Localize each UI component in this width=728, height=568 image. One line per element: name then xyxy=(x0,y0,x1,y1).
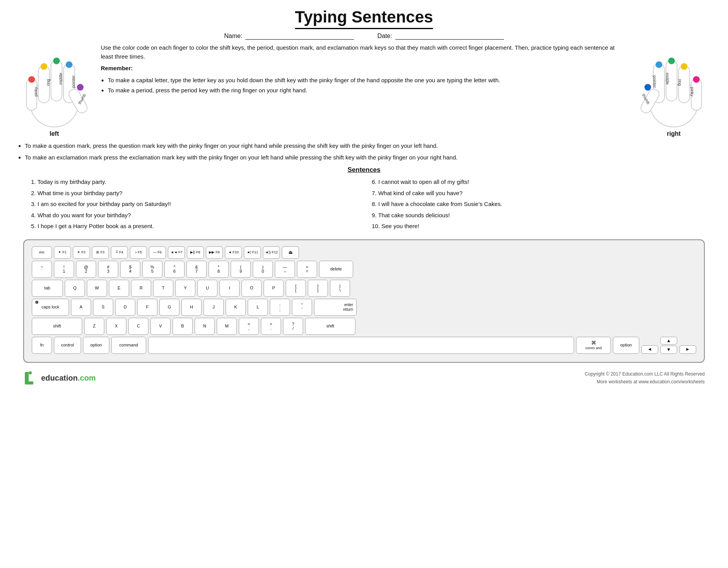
key-v[interactable]: V xyxy=(150,318,171,335)
key-4[interactable]: $4 xyxy=(120,261,140,278)
svg-text:pointer: pointer xyxy=(652,75,657,88)
key-bracket-right[interactable]: }] xyxy=(308,280,328,297)
key-i[interactable]: I xyxy=(219,280,240,297)
key-f12[interactable]: ◄)) F12 xyxy=(263,246,280,259)
key-o[interactable]: O xyxy=(242,280,262,297)
key-t[interactable]: T xyxy=(153,280,173,297)
key-delete[interactable]: delete xyxy=(319,261,353,278)
key-f8[interactable]: ▶‖ F8 xyxy=(187,246,204,259)
key-s[interactable]: S xyxy=(93,299,113,316)
key-1[interactable]: !1 xyxy=(54,261,74,278)
key-f3[interactable]: ⊞ F3 xyxy=(92,246,109,259)
key-shift-right[interactable]: shift xyxy=(305,318,355,335)
key-esc[interactable]: esc xyxy=(32,246,52,259)
key-command-left[interactable]: command xyxy=(111,337,146,354)
sentences-title: Sentences xyxy=(16,166,712,174)
key-enter[interactable]: enter return xyxy=(314,299,357,316)
key-p[interactable]: P xyxy=(264,280,284,297)
key-e[interactable]: E xyxy=(109,280,129,297)
key-period[interactable]: >. xyxy=(261,318,281,335)
svg-text:pointer: pointer xyxy=(71,75,76,88)
key-c[interactable]: C xyxy=(128,318,148,335)
key-f11[interactable]: ◄) F11 xyxy=(244,246,261,259)
key-g[interactable]: G xyxy=(159,299,179,316)
key-y[interactable]: Y xyxy=(175,280,195,297)
key-option-left[interactable]: option xyxy=(83,337,109,354)
key-w[interactable]: W xyxy=(87,280,107,297)
key-quote[interactable]: "' xyxy=(292,299,312,316)
name-input[interactable] xyxy=(245,32,354,40)
key-d[interactable]: D xyxy=(115,299,135,316)
left-hand-area: pinky ring middle pointer thumb left xyxy=(16,43,93,137)
key-m[interactable]: M xyxy=(217,318,237,335)
key-f2[interactable]: ✦ F2 xyxy=(73,246,90,259)
svg-point-8 xyxy=(53,57,60,64)
key-comma[interactable]: <, xyxy=(239,318,259,335)
key-f9[interactable]: ▶▶ F9 xyxy=(206,246,223,259)
key-x[interactable]: X xyxy=(106,318,126,335)
key-shift-left[interactable]: shift xyxy=(32,318,82,335)
svg-text:middle: middle xyxy=(665,73,670,85)
svg-point-6 xyxy=(28,76,35,83)
list-item: 1. Today is my birthday party. xyxy=(31,178,356,187)
key-5[interactable]: %5 xyxy=(142,261,162,278)
key-q[interactable]: Q xyxy=(65,280,85,297)
key-eject[interactable]: ⏏ xyxy=(282,246,299,259)
key-backslash[interactable]: |\ xyxy=(330,280,350,297)
svg-point-10 xyxy=(77,84,83,90)
key-equals[interactable]: += xyxy=(297,261,317,278)
arrow-up-down: ▲ ▼ xyxy=(660,337,677,354)
key-n[interactable]: N xyxy=(195,318,215,335)
logo-area: education.com xyxy=(23,371,96,386)
key-8[interactable]: *8 xyxy=(209,261,229,278)
key-f7[interactable]: ◄◄ F7 xyxy=(168,246,185,259)
key-semicolon[interactable]: :; xyxy=(270,299,290,316)
key-tab[interactable]: tab xyxy=(32,280,63,297)
key-control[interactable]: control xyxy=(54,337,81,354)
key-f1[interactable]: ✦ F1 xyxy=(54,246,71,259)
key-r[interactable]: R xyxy=(131,280,151,297)
key-arrow-up[interactable]: ▲ xyxy=(660,337,677,345)
key-a[interactable]: A xyxy=(71,299,91,316)
list-item: 3. I am so excited for your birthday par… xyxy=(31,200,356,209)
key-f10[interactable]: ◄ F10 xyxy=(225,246,242,259)
key-f6[interactable]: — F6 xyxy=(149,246,166,259)
key-h[interactable]: H xyxy=(181,299,202,316)
key-2[interactable]: @2 xyxy=(76,261,96,278)
date-input[interactable] xyxy=(395,32,504,40)
key-arrow-left[interactable]: ◄ xyxy=(641,345,658,354)
key-arrow-right[interactable]: ► xyxy=(679,345,696,354)
svg-text:pinky: pinky xyxy=(690,87,695,97)
key-f[interactable]: F xyxy=(137,299,157,316)
svg-text:middle: middle xyxy=(58,73,63,85)
page-title: Typing Sentences xyxy=(295,8,433,29)
key-z[interactable]: Z xyxy=(84,318,104,335)
svg-text:ring: ring xyxy=(678,79,682,86)
key-9[interactable]: (9 xyxy=(231,261,251,278)
key-option-right[interactable]: option xyxy=(613,337,639,354)
key-f5[interactable]: ⌁ F5 xyxy=(130,246,147,259)
key-backtick[interactable]: ~` xyxy=(32,261,52,278)
key-b[interactable]: B xyxy=(173,318,193,335)
key-f4[interactable]: ⠿ F4 xyxy=(111,246,128,259)
key-bracket-left[interactable]: {[ xyxy=(286,280,306,297)
right-hand-area: pointer middle ring pinky thumb right xyxy=(635,43,712,137)
key-u[interactable]: U xyxy=(197,280,217,297)
key-fn[interactable]: fn xyxy=(32,337,52,354)
key-space[interactable] xyxy=(148,337,574,354)
right-hand-label: right xyxy=(667,130,681,137)
key-k[interactable]: K xyxy=(226,299,246,316)
key-l[interactable]: L xyxy=(248,299,268,316)
key-j[interactable]: J xyxy=(204,299,224,316)
svg-point-24 xyxy=(681,63,687,70)
key-3[interactable]: #3 xyxy=(98,261,118,278)
key-slash[interactable]: ?/ xyxy=(283,318,303,335)
key-0[interactable]: )0 xyxy=(253,261,273,278)
key-7[interactable]: &7 xyxy=(186,261,207,278)
instruction-bullets: To make a capital letter, type the lette… xyxy=(108,76,627,95)
key-capslock[interactable]: caps lock xyxy=(32,299,69,316)
key-command-right[interactable]: ⌘ comm and xyxy=(576,337,611,354)
key-arrow-down[interactable]: ▼ xyxy=(660,346,677,353)
key-6[interactable]: ^6 xyxy=(164,261,185,278)
key-minus[interactable]: —– xyxy=(275,261,295,278)
